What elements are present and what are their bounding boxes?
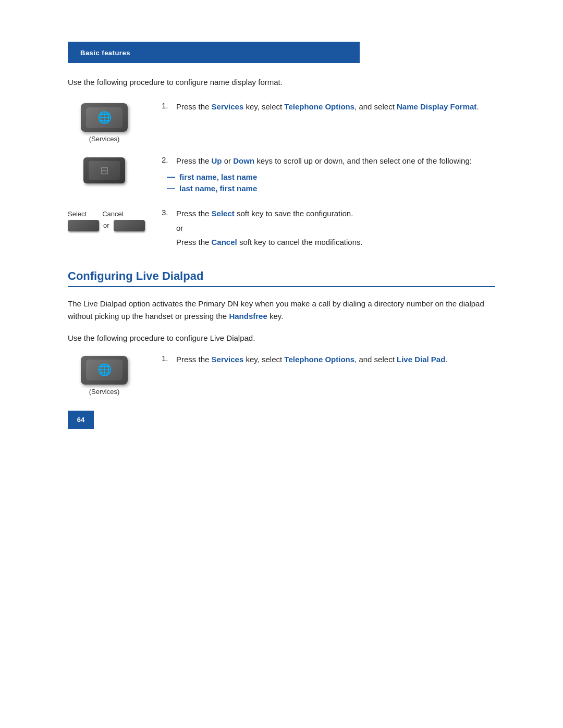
ld-step1-mid: key, select bbox=[243, 355, 284, 364]
softkeys-icon-col: Select Cancel or bbox=[68, 208, 141, 231]
ld-step1-content: Press the Services key, select Telephone… bbox=[176, 354, 448, 366]
step3-row: Select Cancel or 3. Press the Select sof… bbox=[68, 208, 495, 249]
step1-row: 🌐 (Services) 1. Press the Services key, … bbox=[68, 101, 495, 143]
step2-down-link: Down bbox=[233, 156, 254, 165]
step1-options-link: Telephone Options bbox=[284, 102, 354, 111]
services-caption: (Services) bbox=[89, 135, 120, 143]
ld-step1-numbered: 1. Press the Services key, select Teleph… bbox=[162, 354, 495, 366]
bullet-dash-1: — bbox=[167, 172, 175, 182]
or-text-block: or bbox=[176, 224, 495, 232]
step1-suffix: . bbox=[476, 102, 479, 111]
cancel-prefix: Press the bbox=[176, 238, 212, 246]
step1-text: 1. Press the Services key, select Teleph… bbox=[162, 101, 495, 115]
softkeys-or: or bbox=[103, 221, 109, 229]
softkeys-buttons: or bbox=[68, 220, 145, 231]
ld-step1-row: 🌐 (Services) 1. Press the Services key, … bbox=[68, 354, 495, 396]
step3-prefix: Press the bbox=[176, 209, 212, 218]
step1-services-link: Services bbox=[212, 102, 244, 111]
section-desc1: The Live Dialpad option activates the Pr… bbox=[68, 298, 495, 323]
step2-content: Press the Up or Down keys to scroll up o… bbox=[176, 155, 472, 167]
step1-prefix: Press the bbox=[176, 102, 212, 111]
ld-services-key-inner: 🌐 bbox=[86, 360, 123, 380]
cancel-softkey-btn bbox=[114, 220, 145, 231]
step1-numbered: 1. Press the Services key, select Teleph… bbox=[162, 101, 495, 113]
step1-format-link: Name Display Format bbox=[397, 102, 476, 111]
bullet-item-2: — last name, first name bbox=[167, 184, 495, 193]
ld-step1-mid2: , and select bbox=[354, 355, 397, 364]
bullet-list: — first name, last name — last name, fir… bbox=[167, 172, 495, 193]
softkeys-labels: Select Cancel bbox=[68, 210, 124, 218]
step3-mid: soft key to save the configuration. bbox=[235, 209, 353, 218]
ld-step1-prefix: Press the bbox=[176, 355, 212, 364]
cancel-suffix: soft key to cancel the modifications. bbox=[237, 238, 363, 246]
ld-step1-num: 1. bbox=[162, 354, 172, 366]
step1-mid: key, select bbox=[243, 102, 284, 111]
step1-mid2: , and select bbox=[354, 102, 397, 111]
step1-content: Press the Services key, select Telephone… bbox=[176, 101, 479, 113]
services-key-icon: 🌐 bbox=[81, 103, 128, 132]
ld-step1-icon-col: 🌐 (Services) bbox=[68, 354, 141, 396]
ld-step1-services-link: Services bbox=[212, 355, 244, 364]
select-softkey-btn bbox=[68, 220, 99, 231]
step2-suffix: keys to scroll up or down, and then sele… bbox=[254, 156, 472, 165]
handsfree-link: Handsfree bbox=[229, 312, 267, 320]
banner-text: Basic features bbox=[80, 49, 130, 57]
select-label: Select bbox=[68, 210, 87, 218]
intro-text: Use the following procedure to configure… bbox=[68, 78, 495, 87]
services-key-inner: 🌐 bbox=[86, 107, 123, 128]
cancel-link: Cancel bbox=[212, 238, 237, 246]
step2-row: ⊟ 2. Press the Up or Down keys to scroll… bbox=[68, 155, 495, 195]
page-number-box: 64 bbox=[68, 411, 94, 429]
step3-numbered: 3. Press the Select soft key to save the… bbox=[162, 208, 495, 220]
ld-step1-options-link: Telephone Options bbox=[284, 355, 354, 364]
page-number: 64 bbox=[77, 416, 84, 424]
nav-key-inner: ⊟ bbox=[89, 161, 120, 180]
step1-icon-col: 🌐 (Services) bbox=[68, 101, 141, 143]
step3-text-col: 3. Press the Select soft key to save the… bbox=[162, 208, 495, 249]
or-text: or bbox=[176, 224, 183, 232]
step3-select-link: Select bbox=[212, 209, 235, 218]
step2-icon-col: ⊟ bbox=[68, 155, 141, 183]
bullet-text-1: first name, last name bbox=[179, 172, 257, 181]
step3-num: 3. bbox=[162, 208, 172, 220]
step2-up-link: Up bbox=[212, 156, 222, 165]
step2-prefix: Press the bbox=[176, 156, 212, 165]
cancel-label: Cancel bbox=[102, 210, 123, 218]
step3-content: Press the Select soft key to save the co… bbox=[176, 208, 353, 220]
ld-step1-live-link: Live Dial Pad bbox=[397, 355, 445, 364]
section-desc2: Use the following procedure to configure… bbox=[68, 332, 495, 344]
bullet-dash-2: — bbox=[167, 184, 175, 193]
ld-services-key-icon: 🌐 bbox=[81, 356, 128, 385]
step2-mid: or bbox=[222, 156, 234, 165]
ld-services-caption: (Services) bbox=[89, 388, 120, 396]
bullet-item-1: — first name, last name bbox=[167, 172, 495, 182]
step2-text: 2. Press the Up or Down keys to scroll u… bbox=[162, 155, 495, 195]
ld-step1-text: 1. Press the Services key, select Teleph… bbox=[162, 354, 495, 368]
header-banner: Basic features bbox=[68, 42, 360, 63]
cancel-text-block: Press the Cancel soft key to cancel the … bbox=[176, 237, 495, 249]
step2-numbered: 2. Press the Up or Down keys to scroll u… bbox=[162, 155, 495, 167]
nav-key-icon: ⊟ bbox=[83, 157, 125, 183]
step2-num: 2. bbox=[162, 155, 172, 167]
section-desc1-suffix: key. bbox=[267, 312, 284, 320]
bullet-text-2: last name, first name bbox=[179, 184, 257, 193]
section-heading: Configuring Live Dialpad bbox=[68, 269, 495, 287]
step1-num: 1. bbox=[162, 101, 172, 113]
ld-step1-suffix: . bbox=[445, 355, 447, 364]
